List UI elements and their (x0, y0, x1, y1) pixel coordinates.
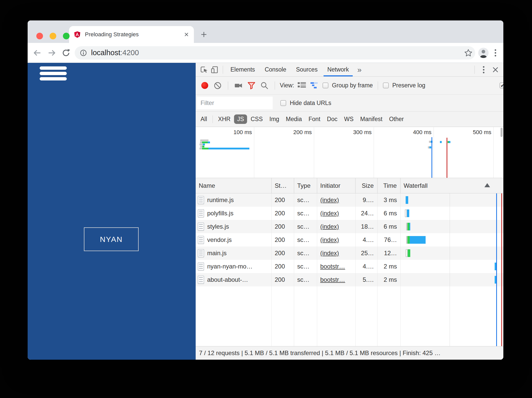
type-filter-media[interactable]: Media (283, 114, 305, 124)
tab-close-icon[interactable] (184, 32, 189, 37)
hide-data-urls-checkbox[interactable] (280, 100, 286, 106)
new-tab-button[interactable] (199, 30, 208, 39)
overview-gridline (434, 127, 434, 178)
preserve-log-checkbox[interactable] (383, 83, 389, 88)
browser-tab[interactable]: Preloading Strategies (69, 26, 194, 43)
close-window-button[interactable] (36, 33, 43, 39)
type-filter-ws[interactable]: WS (341, 114, 357, 124)
minimize-window-button[interactable] (50, 33, 56, 39)
request-row-nyan-nyan-mo[interactable]: nyan-nyan-mo…200sc…bootstr…4.…2 ms (196, 260, 503, 273)
request-size: 25… (356, 247, 378, 260)
waterfall-segment-hollow (406, 249, 408, 257)
devtools-close-icon[interactable] (490, 64, 501, 75)
type-filter-css[interactable]: CSS (248, 114, 266, 124)
bookmark-star-icon[interactable] (464, 49, 473, 57)
group-by-frame-checkbox[interactable] (323, 83, 328, 88)
nyan-button[interactable]: NYAN (84, 227, 139, 251)
sort-ascending-icon[interactable] (484, 183, 490, 187)
clear-icon[interactable] (212, 80, 223, 91)
type-filter-img[interactable]: Img (266, 114, 282, 124)
request-initiator-text[interactable]: bootstr… (320, 276, 345, 283)
url-bar[interactable]: localhost:4200 (75, 46, 475, 60)
devtools-tab-sources[interactable]: Sources (291, 63, 322, 76)
request-size: 24… (356, 207, 378, 220)
overview-gridline (314, 127, 314, 178)
request-waterfall-cell (401, 260, 503, 273)
zoom-window-button[interactable] (63, 33, 70, 39)
devtools-tab-network[interactable]: Network (323, 63, 354, 76)
devtools-tab-bar: ElementsConsoleSourcesNetwork » (196, 63, 503, 77)
overview-request-bar (429, 141, 431, 143)
network-overview-timeline[interactable]: 100 ms200 ms300 ms400 ms500 ms (196, 127, 503, 178)
record-icon[interactable] (199, 80, 210, 91)
preserve-log-toggle[interactable]: Preserve log (383, 82, 425, 89)
filter-funnel-icon[interactable] (246, 80, 257, 91)
disable-cache-checkbox[interactable] (500, 83, 503, 88)
request-row-polyfills.js[interactable]: polyfills.js200sc…(index)24…6 ms (196, 207, 503, 220)
request-name: nyan-nyan-mo… (207, 263, 252, 270)
request-name-cell[interactable]: runtime.js (196, 193, 272, 207)
column-header-time[interactable]: Time (378, 178, 401, 193)
request-row-styles.js[interactable]: styles.js200sc…(index)18…6 ms (196, 220, 503, 233)
column-header-waterfall[interactable]: Waterfall (401, 178, 503, 193)
type-filter-doc[interactable]: Doc (324, 114, 340, 124)
capture-screenshots-icon[interactable] (233, 80, 244, 91)
type-filter-other[interactable]: Other (386, 114, 407, 124)
profile-avatar[interactable] (478, 48, 489, 58)
request-initiator-text[interactable]: (index) (320, 236, 339, 243)
request-initiator-text[interactable]: (index) (320, 223, 339, 230)
browser-menu-icon[interactable] (492, 49, 499, 56)
devtools-menu-icon[interactable] (478, 64, 489, 75)
network-filter-input[interactable] (197, 97, 273, 109)
request-row-main.js[interactable]: main.js200sc…(index)25…12… (196, 247, 503, 260)
hamburger-menu-icon[interactable] (40, 66, 67, 83)
column-divider (400, 193, 401, 346)
divider (275, 81, 275, 90)
request-initiator: (index) (317, 220, 356, 233)
request-name-cell[interactable]: about-about-… (196, 273, 272, 286)
request-status: 200 (272, 207, 294, 220)
list-view-icon[interactable] (296, 80, 307, 91)
more-tabs-icon[interactable]: » (354, 65, 365, 74)
type-filter-js[interactable]: JS (234, 114, 247, 124)
request-initiator-text[interactable]: (index) (320, 250, 339, 257)
browser-toolbar: localhost:4200 (28, 43, 503, 63)
type-filter-manifest[interactable]: Manifest (357, 114, 385, 124)
devtools-tab-console[interactable]: Console (260, 63, 291, 76)
page-info-icon[interactable] (80, 49, 87, 56)
column-header-type[interactable]: Type (294, 178, 317, 193)
request-row-vendor.js[interactable]: vendor.js200sc…(index)4.…76… (196, 233, 503, 247)
request-row-about-about-[interactable]: about-about-…200sc…bootstr…5.…2 ms (196, 273, 503, 286)
waterfall-segment-wf_green (407, 236, 410, 244)
column-header-st[interactable]: St… (272, 178, 294, 193)
overview-scrollbar-thumb[interactable] (501, 128, 503, 137)
back-icon[interactable] (32, 47, 43, 58)
type-filter-xhr[interactable]: XHR (215, 114, 234, 124)
request-name-cell[interactable]: nyan-nyan-mo… (196, 260, 272, 273)
window-content: NYAN ElementsConsoleSources (28, 63, 503, 360)
column-header-size[interactable]: Size (356, 178, 378, 193)
device-toolbar-icon[interactable] (209, 64, 220, 75)
reload-icon[interactable] (60, 47, 72, 58)
request-type-text: sc… (297, 250, 309, 257)
search-icon[interactable] (259, 80, 270, 91)
devtools-tab-elements[interactable]: Elements (226, 63, 260, 76)
request-name-cell[interactable]: styles.js (196, 220, 272, 233)
waterfall-view-icon[interactable] (309, 80, 320, 91)
type-filter-all[interactable]: All (197, 114, 210, 124)
group-by-frame-toggle[interactable]: Group by frame (323, 82, 373, 89)
request-initiator-text[interactable]: bootstr… (320, 263, 345, 270)
request-name-cell[interactable]: polyfills.js (196, 207, 272, 220)
request-name-cell[interactable]: main.js (196, 247, 272, 260)
request-initiator-text[interactable]: (index) (320, 210, 339, 217)
type-filter-font[interactable]: Font (305, 114, 323, 124)
column-header-name[interactable]: Name (196, 178, 272, 193)
forward-icon[interactable] (46, 47, 57, 58)
request-row-runtime.js[interactable]: runtime.js200sc…(index)9.…3 ms (196, 193, 503, 207)
request-name-cell[interactable]: vendor.js (196, 233, 272, 247)
request-initiator-text[interactable]: (index) (320, 196, 339, 204)
overview-request-bar (200, 142, 202, 143)
inspect-element-icon[interactable] (199, 64, 209, 75)
column-header-initiator[interactable]: Initiator (317, 178, 356, 193)
url-text: localhost:4200 (91, 49, 139, 57)
